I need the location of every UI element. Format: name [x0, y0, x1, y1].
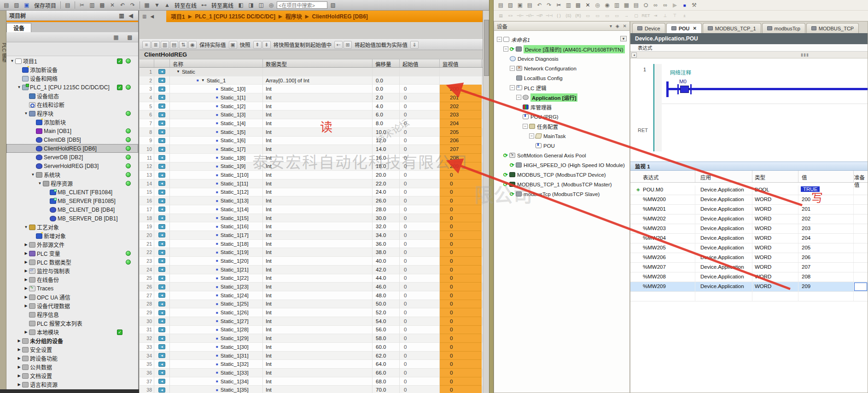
tree-item[interactable]: ▶公共数据 [6, 363, 138, 371]
db-table-row[interactable]: 34◄■Static_1[31]Int62.000 [140, 352, 483, 360]
expander-icon[interactable]: ▶ [23, 330, 29, 334]
split-editor-icon[interactable]: ◫ [256, 1, 266, 9]
tree-item[interactable]: ▶本地模块✓ [6, 328, 138, 336]
undo-icon[interactable]: ↶ [535, 1, 544, 9]
expander-icon[interactable]: ▶ [16, 365, 22, 369]
variable-name[interactable]: Static_1[25] [221, 301, 249, 306]
variable-name[interactable]: Static [182, 69, 195, 75]
project-library-icon[interactable]: ▨ [328, 1, 338, 9]
scroll-left-icon[interactable]: ◂ [631, 52, 637, 58]
watch-row[interactable]: %MW207Device.ApplicationWORD207 [630, 263, 868, 272]
tree-item[interactable]: ▼工艺对象 [6, 223, 138, 231]
variable-name[interactable]: Static_1[27] [221, 318, 249, 324]
ladder-editor[interactable]: 1 网络注释 M0 RET [630, 58, 868, 162]
device-combo-icon[interactable]: ▾ [620, 36, 627, 41]
div2-icon[interactable]: ⊤ [670, 12, 679, 20]
db-table-row[interactable]: 5◄■Static_1[2]Int4.00202 [140, 102, 483, 111]
breadcrumb-segment[interactable]: PLC_1 [CPU 1215C DC/DC/DC] [195, 13, 275, 20]
dock-icon[interactable]: ▥ [117, 12, 126, 20]
watch-value[interactable]: 206 [802, 254, 810, 260]
paste-icon[interactable]: ▩ [574, 1, 583, 9]
db-table-row[interactable]: 31◄■Static_1[28]Int56.000 [140, 326, 483, 335]
variable-name[interactable]: Static_1[4] [221, 121, 245, 126]
copy-snapshot-up-icon[interactable]: ⇞ [253, 41, 262, 49]
variable-name[interactable]: Static_1[3] [221, 112, 245, 117]
variable-name[interactable]: Static_1[26] [221, 310, 249, 315]
device-tree-item[interactable]: −MainTask [494, 131, 629, 141]
db-table-row[interactable]: 7◄■Static_1[4]Int8.00204 [140, 119, 483, 128]
variable-name[interactable]: Static_1[20] [221, 258, 249, 264]
variable-name[interactable]: Static_1[34] [221, 379, 249, 384]
expander-icon[interactable]: ▼ [176, 69, 180, 74]
expander-icon[interactable]: ▶ [16, 339, 22, 343]
div1-icon[interactable]: ⊥ [661, 12, 670, 20]
multiedit-icon[interactable]: ▥ [612, 1, 621, 9]
box-icon[interactable]: ▢ [632, 12, 641, 20]
variable-name[interactable]: Static_1[16] [221, 224, 249, 229]
breadcrumb-segment[interactable]: 项目1 [171, 12, 185, 20]
db-table-row[interactable]: 36◄■Static_1[33]Int66.000 [140, 369, 483, 377]
expander-icon[interactable]: ▼ [23, 111, 29, 116]
tree-item[interactable]: ▶在线备份 [6, 275, 138, 284]
device-tree-item[interactable]: POU (PRG) [494, 112, 629, 121]
db-table-row[interactable]: 29◄■Static_1[26]Int52.000 [140, 308, 483, 317]
device-tree-item[interactable]: 库管理器 [494, 102, 629, 112]
tree-item[interactable]: ▶OPC UA 通信 [6, 293, 138, 301]
tree-item[interactable]: ▶未分组的设备 [6, 336, 138, 345]
expander-icon[interactable]: ▶ [16, 347, 22, 352]
device-tree-item[interactable]: ⟳modbusTcp (ModbusTCP Slave) [494, 189, 629, 199]
expand-all-icon[interactable]: ⊞ [344, 41, 352, 49]
watch-value[interactable]: 201 [802, 206, 810, 212]
variable-name[interactable]: Static_1[22] [221, 275, 249, 281]
tree-item[interactable]: ▼程序块 [6, 109, 138, 118]
watch-row[interactable]: %MW200Device.ApplicationWORD200 [630, 195, 868, 205]
tree-item[interactable]: ▶PLC 变量 [6, 249, 138, 258]
variable-name[interactable]: Static_1[8] [221, 155, 245, 161]
paste-icon[interactable]: ▩ [98, 1, 107, 9]
lock-icon[interactable]: ▣ [229, 41, 237, 49]
db-table-row[interactable]: 6◄■Static_1[3]Int6.00203 [140, 110, 483, 119]
device-tree-item[interactable]: LocalBus Config [494, 73, 629, 83]
variable-name[interactable]: Static_1 [207, 78, 226, 83]
db-table-row[interactable]: 30◄■Static_1[27]Int54.000 [140, 317, 483, 326]
ret-icon[interactable]: RET [641, 12, 650, 20]
assist-icon[interactable]: «» [506, 12, 515, 20]
start-search-icon[interactable]: ◎ [267, 1, 276, 9]
db-table-row[interactable]: 26◄■Static_1[23]Int46.000 [140, 283, 483, 291]
download-to-device-icon[interactable]: ▼ [152, 1, 162, 9]
variable-name[interactable]: Static_1[5] [221, 129, 245, 135]
db-table-row[interactable]: 1◄▼Static [140, 68, 483, 76]
db-table-row[interactable]: 12◄■Static_1[9]Int18.00209 [140, 162, 483, 171]
insert-row-icon[interactable]: ≡ [142, 41, 151, 49]
watch-row[interactable]: %MW202Device.ApplicationWORD202 [630, 214, 868, 224]
grid-icon[interactable]: ▦ [622, 1, 631, 9]
variable-name[interactable]: Static_1[35] [221, 387, 249, 393]
expander-icon[interactable]: ▼ [9, 59, 15, 63]
column-header[interactable]: 起始值 [400, 59, 440, 67]
variable-name[interactable]: Static_1[29] [221, 335, 249, 341]
expander-icon[interactable]: ▶ [23, 243, 29, 247]
db-table-row[interactable]: 19◄■Static_1[16]Int32.000 [140, 222, 483, 231]
watch-value[interactable]: 209 [802, 283, 810, 289]
cut-icon[interactable]: ✂ [554, 1, 563, 9]
tree-item[interactable]: ▶监控与强制表 [6, 266, 138, 275]
column-header[interactable]: 监视值 [440, 59, 482, 67]
print-icon[interactable]: ▤ [525, 1, 534, 9]
device-tree-item[interactable]: −Network Configuration [494, 64, 629, 73]
expander-icon[interactable]: ▶ [23, 269, 29, 273]
device-tree-item[interactable]: ⟳SoftMotion General Axis Pool [494, 150, 629, 160]
delete-icon[interactable]: ✕ [108, 1, 117, 9]
column-header[interactable]: 偏移量 [373, 59, 400, 67]
expander-icon[interactable]: ▶ [23, 251, 29, 255]
db-table-row[interactable]: 2◄■▼Static_1Array[0..100] of Int0.0 [140, 76, 483, 85]
variable-name[interactable]: Static_1[23] [221, 284, 249, 289]
variable-name[interactable]: Static_1[19] [221, 249, 249, 255]
device-tree-item[interactable]: −PLC 逻辑 [494, 83, 629, 92]
outline-icon[interactable]: ▥ [142, 14, 146, 19]
expander-icon[interactable]: − [497, 37, 502, 42]
arrow-icon[interactable]: → [622, 12, 631, 20]
setcoil-icon[interactable]: (S) [564, 12, 573, 20]
variable-name[interactable]: Static_1[6] [221, 138, 245, 143]
expander-icon[interactable]: ▶ [16, 374, 22, 378]
db-table-row[interactable]: 8◄■Static_1[5]Int10.00205 [140, 128, 483, 137]
